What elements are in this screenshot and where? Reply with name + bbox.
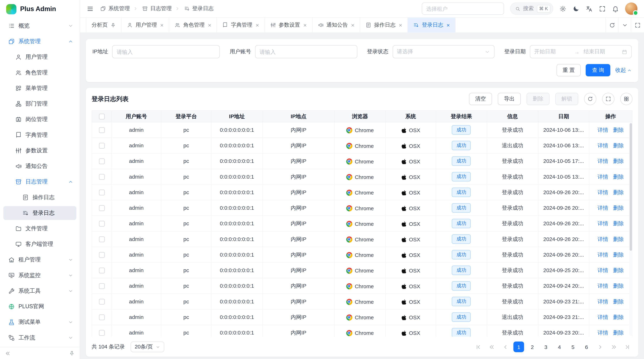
page-size-select[interactable]: 20条/页	[130, 342, 164, 352]
tab[interactable]: 用户管理 ×	[122, 18, 170, 32]
refresh-tab-button[interactable]	[606, 18, 618, 32]
select-all-checkbox[interactable]	[99, 114, 104, 120]
detail-link[interactable]: 详情	[598, 189, 608, 195]
pin-sidebar-icon[interactable]	[69, 351, 75, 356]
close-icon[interactable]: ×	[399, 22, 402, 28]
notification-bell-icon[interactable]	[612, 5, 619, 12]
global-search[interactable]: 搜索 ⌘ K	[510, 2, 553, 15]
row-checkbox[interactable]	[99, 315, 104, 320]
column-header[interactable]: IP地址	[211, 111, 262, 122]
sidebar-item[interactable]: 操作日志	[3, 190, 76, 204]
tenant-select-input[interactable]	[422, 2, 504, 15]
column-header[interactable]: 浏览器	[334, 111, 385, 122]
sidebar-item[interactable]: 客户端管理	[3, 237, 76, 251]
app-logo[interactable]: Plus Admin	[0, 0, 80, 18]
delete-link[interactable]: 删除	[613, 314, 624, 320]
settings-gear-icon[interactable]	[560, 5, 566, 12]
detail-link[interactable]: 详情	[598, 220, 608, 226]
delete-link[interactable]: 删除	[613, 173, 624, 179]
detail-link[interactable]: 详情	[598, 251, 608, 258]
column-header[interactable]: IP地点	[262, 111, 334, 122]
sidebar-item[interactable]: 租户管理	[3, 253, 76, 267]
tab[interactable]: 参数设置 ×	[265, 18, 312, 32]
page-button[interactable]: 1	[514, 342, 524, 352]
tab[interactable]: 角色管理 ×	[169, 18, 217, 32]
delete-link[interactable]: 删除	[613, 329, 624, 336]
tab[interactable]: 操作日志 ×	[360, 18, 408, 32]
tab-menu-chevron-button[interactable]	[618, 18, 631, 32]
page-button[interactable]: 5	[568, 342, 578, 352]
export-button[interactable]: 导出	[498, 93, 521, 105]
tab[interactable]: 通知公告 ×	[312, 18, 360, 32]
column-header[interactable]: 系统	[385, 111, 436, 122]
detail-link[interactable]: 详情	[598, 127, 608, 133]
refresh-table-button[interactable]	[584, 93, 596, 105]
table-scrollbar[interactable]	[629, 123, 632, 336]
sidebar-item[interactable]: 角色管理	[3, 66, 76, 79]
sidebar-item[interactable]: PLUS官网	[3, 300, 76, 314]
sidebar-item[interactable]: 概览	[3, 19, 76, 33]
query-button[interactable]: 查 询	[586, 64, 610, 76]
dark-mode-moon-icon[interactable]	[572, 5, 580, 12]
detail-link[interactable]: 详情	[598, 236, 608, 242]
tab[interactable]: 登录日志 ×	[408, 18, 456, 32]
delete-link[interactable]: 删除	[613, 142, 624, 148]
sidebar-item[interactable]: 系统监控	[3, 269, 76, 283]
row-checkbox[interactable]	[99, 190, 104, 195]
sidebar-item[interactable]: 日志管理	[3, 175, 76, 189]
breadcrumb-item[interactable]: 登录日志	[173, 5, 214, 12]
delete-link[interactable]: 删除	[613, 236, 624, 242]
pin-icon[interactable]	[110, 22, 116, 28]
delete-link[interactable]: 删除	[613, 205, 624, 211]
column-header[interactable]: 用户账号	[112, 111, 161, 122]
page-button[interactable]: 2	[527, 342, 538, 352]
column-settings-button[interactable]	[620, 93, 632, 105]
sidebar-item[interactable]: 系统工具	[3, 284, 76, 298]
row-checkbox[interactable]	[99, 268, 104, 274]
delete-link[interactable]: 删除	[613, 283, 624, 289]
close-icon[interactable]: ×	[351, 22, 354, 28]
delete-link[interactable]: 删除	[613, 267, 624, 273]
delete-link[interactable]: 删除	[613, 127, 624, 133]
row-checkbox[interactable]	[99, 159, 104, 164]
prev-page-button[interactable]	[500, 342, 510, 352]
sidebar-item[interactable]: 字典管理	[3, 128, 76, 142]
ip-input[interactable]	[117, 49, 216, 55]
delete-link[interactable]: 删除	[613, 251, 624, 258]
end-date-placeholder[interactable]: 结束日期	[584, 48, 619, 55]
sidebar-item[interactable]: 文件管理	[3, 222, 76, 236]
last-page-button[interactable]	[622, 342, 632, 352]
detail-link[interactable]: 详情	[598, 314, 608, 320]
forward-pages-button[interactable]	[608, 342, 619, 352]
row-checkbox[interactable]	[99, 205, 104, 211]
date-range-picker[interactable]: 开始日期 → 结束日期	[530, 45, 632, 58]
detail-link[interactable]: 详情	[598, 298, 608, 304]
sidebar-item[interactable]: 菜单管理	[3, 81, 76, 95]
close-icon[interactable]: ×	[304, 22, 307, 28]
delete-link[interactable]: 删除	[613, 158, 624, 164]
row-checkbox[interactable]	[99, 221, 104, 227]
account-input[interactable]	[260, 49, 352, 55]
sidebar-item[interactable]: 参数设置	[3, 144, 76, 158]
back-pages-button[interactable]	[486, 342, 497, 352]
sidebar-item[interactable]: 岗位管理	[3, 112, 76, 126]
sidebar-item[interactable]: 部门管理	[3, 97, 76, 111]
scrollbar-thumb[interactable]	[630, 123, 632, 251]
column-header[interactable]: 登录结果	[436, 111, 486, 122]
row-checkbox[interactable]	[99, 143, 104, 149]
close-icon[interactable]: ×	[160, 22, 164, 28]
user-avatar[interactable]	[625, 2, 638, 15]
menu-toggle-button[interactable]	[86, 5, 94, 12]
breadcrumb-item[interactable]: 日志管理	[132, 5, 172, 12]
row-checkbox[interactable]	[99, 127, 104, 133]
row-checkbox[interactable]	[99, 299, 104, 305]
tab[interactable]: 分析页	[86, 18, 122, 32]
detail-link[interactable]: 详情	[598, 283, 608, 289]
reset-button[interactable]: 重 置	[556, 64, 581, 76]
column-header[interactable]: 登录平台	[161, 111, 211, 122]
sidebar-item[interactable]: 系统管理	[3, 34, 76, 48]
column-header[interactable]: 信息	[487, 111, 538, 122]
page-button[interactable]: 4	[554, 342, 565, 352]
delete-link[interactable]: 删除	[613, 189, 624, 195]
column-header[interactable]: 操作	[589, 111, 632, 122]
